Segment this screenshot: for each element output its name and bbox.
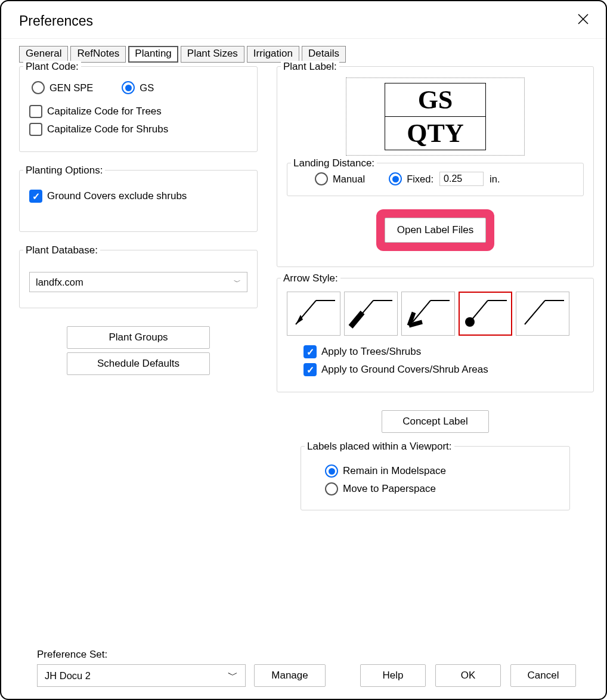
radio-gs[interactable]: GS (122, 81, 154, 94)
tab-details[interactable]: Details (302, 46, 346, 63)
landing-title: Landing Distance: (291, 157, 377, 169)
radio-manual[interactable]: Manual (315, 172, 365, 185)
check-apply-trees[interactable]: Apply to Trees/Shrubs (304, 345, 584, 358)
cancel-button[interactable]: Cancel (510, 664, 576, 687)
chevron-down-icon: ﹀ (234, 277, 241, 287)
open-label-files-button[interactable]: Open Label Files (385, 218, 487, 243)
select-value: JH Docu 2 (45, 670, 91, 682)
arrow-title: Arrow Style: (281, 272, 340, 284)
manage-button[interactable]: Manage (254, 664, 326, 687)
arrow-style-1[interactable] (287, 292, 340, 336)
checkbox-icon (304, 363, 317, 376)
check-label: Ground Covers exclude shrubs (47, 190, 187, 202)
arrow-style-group: Arrow Style: (277, 278, 594, 392)
check-label: Capitalize Code for Trees (47, 106, 162, 117)
landing-distance-group: Landing Distance: Manual Fixed: (287, 163, 584, 196)
check-cap-trees[interactable]: Capitalize Code for Trees (29, 105, 247, 118)
radio-label: Manual (333, 174, 365, 185)
fixed-value-input[interactable]: 0.25 (439, 172, 484, 186)
plant-db-title: Plant Database: (23, 244, 100, 256)
content-area: General RefNotes Planting Plant Sizes Ir… (1, 39, 606, 699)
arrow-style-3[interactable] (401, 292, 455, 336)
radio-fixed[interactable]: Fixed: (389, 172, 433, 185)
tab-plant-sizes[interactable]: Plant Sizes (181, 46, 244, 63)
plant-code-group: Plant Code: GEN SPE GS Capitaliz (19, 66, 258, 152)
arrow-style-2[interactable] (344, 292, 398, 336)
planting-options-group: Planting Options: Ground Covers exclude … (19, 170, 258, 232)
radio-label: GEN SPE (49, 82, 93, 94)
check-label: Apply to Trees/Shrubs (321, 346, 421, 358)
titlebar: Preferences (1, 1, 606, 39)
tab-planting[interactable]: Planting (128, 46, 178, 63)
select-value: landfx.com (36, 277, 83, 288)
concept-label-button[interactable]: Concept Label (382, 410, 489, 433)
svg-point-0 (465, 317, 475, 327)
viewport-group: Labels placed within a Viewport: Remain … (301, 446, 570, 510)
check-apply-gc[interactable]: Apply to Ground Covers/Shrub Areas (304, 363, 584, 376)
plant-label-group: Plant Label: GS QTY Landing Distance: (277, 66, 594, 267)
radio-label: Remain in Modelspace (343, 465, 446, 477)
check-cap-shrubs[interactable]: Capitalize Code for Shrubs (29, 123, 247, 136)
checkbox-icon (29, 105, 42, 118)
radio-icon (32, 81, 45, 94)
window-title: Preferences (19, 13, 93, 29)
pref-set-select[interactable]: JH Docu 2 ﹀ (37, 664, 246, 687)
preferences-dialog: Preferences General RefNotes Planting Pl… (0, 0, 607, 700)
plant-db-select[interactable]: landfx.com ﹀ (29, 272, 247, 292)
radio-label: GS (140, 82, 154, 94)
plant-label-title: Plant Label: (281, 61, 339, 73)
unit-label: in. (490, 174, 500, 185)
radio-label: Fixed: (407, 174, 433, 185)
check-gc-exclude[interactable]: Ground Covers exclude shrubs (29, 190, 247, 203)
radio-icon (325, 464, 338, 478)
left-column: Plant Code: GEN SPE GS Capitaliz (19, 66, 258, 379)
radio-gen-spe[interactable]: GEN SPE (32, 81, 93, 94)
plant-database-group: Plant Database: landfx.com ﹀ (19, 250, 258, 308)
ok-button[interactable]: OK (435, 664, 501, 687)
help-button[interactable]: Help (360, 664, 426, 687)
checkbox-icon (304, 345, 317, 358)
plant-groups-button[interactable]: Plant Groups (67, 326, 210, 349)
schedule-defaults-button[interactable]: Schedule Defaults (67, 352, 210, 375)
radio-icon (389, 172, 402, 185)
arrow-style-5[interactable] (516, 292, 569, 336)
tab-general[interactable]: General (19, 46, 68, 63)
close-icon[interactable] (574, 11, 593, 31)
plant-label-preview[interactable]: GS QTY (346, 78, 525, 156)
radio-modelspace[interactable]: Remain in Modelspace (325, 464, 560, 478)
label-row-qty: QTY (385, 116, 485, 150)
right-column: Plant Label: GS QTY Landing Distance: (277, 66, 594, 510)
radio-paperspace[interactable]: Move to Paperspace (325, 482, 560, 495)
columns: Plant Code: GEN SPE GS Capitaliz (19, 66, 594, 643)
chevron-down-icon: ﹀ (228, 669, 238, 682)
planting-options-title: Planting Options: (23, 165, 105, 176)
arrow-style-4[interactable] (459, 292, 512, 336)
viewport-title: Labels placed within a Viewport: (305, 441, 454, 453)
highlight-open-label-files: Open Label Files (376, 209, 495, 251)
checkbox-icon (29, 190, 42, 203)
footer: Preference Set: JH Docu 2 ﹀ Manage Help … (19, 643, 594, 699)
label-row-gs: GS (385, 83, 485, 116)
pref-set-label: Preference Set: (37, 649, 576, 661)
radio-icon (122, 81, 135, 94)
tab-refnotes[interactable]: RefNotes (70, 46, 126, 63)
plant-code-title: Plant Code: (23, 61, 81, 73)
radio-label: Move to Paperspace (343, 483, 436, 495)
radio-icon (315, 172, 328, 185)
tab-bar: General RefNotes Planting Plant Sizes Ir… (19, 46, 594, 63)
check-label: Capitalize Code for Shrubs (47, 123, 168, 135)
arrow-style-options (287, 292, 584, 336)
checkbox-icon (29, 123, 42, 136)
check-label: Apply to Ground Covers/Shrub Areas (321, 364, 488, 376)
radio-icon (325, 482, 338, 495)
tab-irrigation[interactable]: Irrigation (247, 46, 299, 63)
